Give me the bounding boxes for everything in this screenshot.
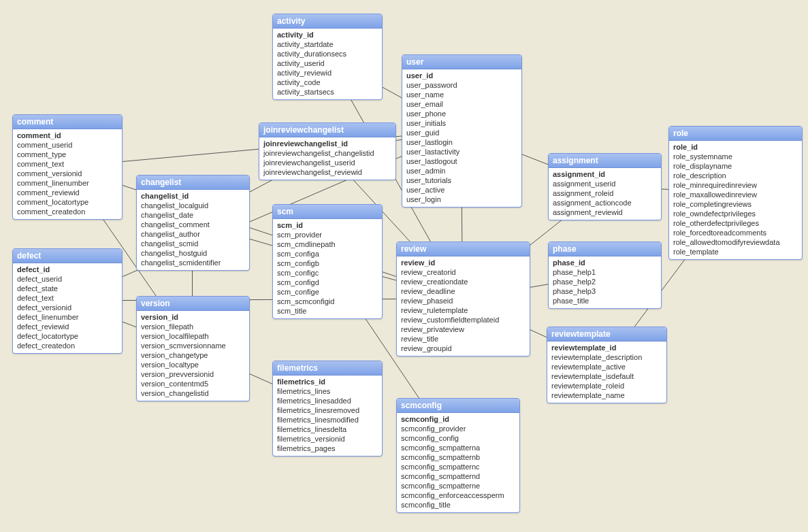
- connector: [529, 284, 548, 288]
- field: scm_id: [277, 220, 378, 230]
- field: reviewtemplate_description: [551, 352, 662, 362]
- field: defect_id: [17, 265, 118, 274]
- field: scmconfig_scmpatternb: [401, 452, 515, 462]
- connector: [381, 276, 396, 280]
- entity-joinreviewchangelist[interactable]: joinreviewchangelistjoinreviewchangelist…: [259, 122, 396, 180]
- field: version_id: [141, 312, 245, 322]
- field: joinreviewchangelist_id: [263, 139, 391, 148]
- field: scmconfig_config: [401, 433, 515, 443]
- entity-title: reviewtemplate: [547, 327, 666, 342]
- field: scm_scmconfigid: [277, 297, 378, 306]
- field: version_contentmd5: [141, 379, 245, 388]
- field: joinreviewchangelist_reviewid: [263, 167, 391, 177]
- field: phase_help1: [553, 267, 657, 277]
- field: role_displayname: [673, 161, 798, 171]
- field: role_allowedtomodifyreviewdata: [673, 237, 798, 247]
- field: version_scmversionname: [141, 341, 245, 350]
- field: filemetrics_linesmodified: [277, 415, 378, 425]
- entity-defect[interactable]: defectdefect_iddefect_useriddefect_state…: [12, 248, 123, 354]
- entity-phase[interactable]: phasephase_idphase_help1phase_help2phase…: [548, 242, 662, 309]
- field: scm_configc: [277, 268, 378, 278]
- field: comment_userid: [17, 140, 118, 150]
- field: version_changetype: [141, 350, 245, 360]
- field: scm_configb: [277, 259, 378, 268]
- field: reviewtemplate_active: [551, 362, 662, 371]
- field: comment_locatortype: [17, 197, 118, 207]
- field: comment_reviewid: [17, 188, 118, 197]
- field: assignment_roleid: [553, 188, 657, 198]
- field: reviewtemplate_name: [551, 390, 662, 400]
- entity-changelist[interactable]: changelistchangelist_idchangelist_localg…: [136, 175, 250, 271]
- entity-title: phase: [549, 242, 661, 256]
- field: role_completingreviews: [673, 199, 798, 209]
- field: changelist_date: [141, 210, 245, 220]
- field: review_creatorid: [401, 267, 526, 277]
- field: defect_text: [17, 293, 118, 303]
- field: comment_id: [17, 131, 118, 140]
- field: reviewtemplate_id: [551, 343, 662, 352]
- entity-title: scmconfig: [397, 399, 519, 413]
- field: review_deadline: [401, 286, 526, 296]
- field: version_localfilepath: [141, 331, 245, 341]
- field: user_email: [406, 99, 517, 109]
- field: defect_state: [17, 284, 118, 293]
- entity-user[interactable]: useruser_iduser_passworduser_nameuser_em…: [402, 54, 522, 207]
- field: role_minrequiredinreview: [673, 180, 798, 190]
- entity-title: scm: [273, 205, 382, 219]
- field: user_lastlogout: [406, 156, 517, 166]
- entity-fields: changelist_idchangelist_localguidchangel…: [137, 190, 249, 270]
- field: assignment_id: [553, 169, 657, 179]
- field: activity_reviewid: [277, 68, 378, 78]
- field: changelist_scmidentifier: [141, 258, 245, 267]
- field: version_filepath: [141, 322, 245, 331]
- field: role_otherdefectprivileges: [673, 218, 798, 228]
- field: review_creationdate: [401, 277, 526, 286]
- field: user_guid: [406, 128, 517, 137]
- entity-reviewtemplate[interactable]: reviewtemplatereviewtemplate_idreviewtem…: [547, 327, 667, 403]
- entity-comment[interactable]: commentcomment_idcomment_useridcomment_t…: [12, 114, 123, 220]
- field: comment_text: [17, 159, 118, 169]
- entity-fields: reviewtemplate_idreviewtemplate_descript…: [547, 342, 666, 403]
- entity-version[interactable]: versionversion_idversion_filepathversion…: [136, 296, 250, 401]
- field: scm_configd: [277, 278, 378, 287]
- field: comment_versionid: [17, 169, 118, 178]
- field: comment_type: [17, 150, 118, 159]
- field: activity_userid: [277, 59, 378, 68]
- entity-review[interactable]: reviewreview_idreview_creatoridreview_cr…: [396, 242, 530, 356]
- field: review_groupid: [401, 344, 526, 353]
- field: changelist_id: [141, 191, 245, 201]
- entity-fields: phase_idphase_help1phase_help2phase_help…: [549, 256, 661, 308]
- entity-fields: comment_idcomment_useridcomment_typecomm…: [13, 129, 122, 219]
- entity-role[interactable]: rolerole_idrole_systemnamerole_displayna…: [668, 126, 803, 260]
- field: user_tutorials: [406, 176, 517, 185]
- entity-title: user: [402, 55, 521, 69]
- entity-assignment[interactable]: assignmentassignment_idassignment_userid…: [548, 153, 662, 220]
- field: filemetrics_pages: [277, 444, 378, 453]
- field: defect_createdon: [17, 341, 118, 350]
- connector: [121, 321, 136, 327]
- entity-title: filemetrics: [273, 361, 382, 376]
- field: scm_cmdlinepath: [277, 239, 378, 249]
- entity-scmconfig[interactable]: scmconfigscmconfig_idscmconfig_providers…: [396, 398, 520, 513]
- field: review_customfieldtemplateid: [401, 315, 526, 325]
- field: changelist_author: [141, 229, 245, 239]
- field: filemetrics_linesremoved: [277, 405, 378, 415]
- entity-scm[interactable]: scmscm_idscm_providerscm_cmdlinepathscm_…: [272, 204, 383, 319]
- entity-fields: scm_idscm_providerscm_cmdlinepathscm_con…: [273, 219, 382, 318]
- field: user_name: [406, 90, 517, 99]
- entity-fields: review_idreview_creatoridreview_creation…: [397, 256, 530, 356]
- field: user_active: [406, 185, 517, 195]
- field: review_id: [401, 258, 526, 267]
- er-diagram-canvas: activityactivity_idactivity_startdateact…: [0, 0, 808, 532]
- field: defect_locatortype: [17, 331, 118, 341]
- field: changelist_hostguid: [141, 248, 245, 258]
- field: user_lastlogin: [406, 137, 517, 147]
- field: filemetrics_linesdelta: [277, 425, 378, 434]
- connector: [248, 239, 272, 246]
- entity-filemetrics[interactable]: filemetricsfilemetrics_idfilemetrics_lin…: [272, 361, 383, 456]
- entity-title: assignment: [549, 154, 661, 168]
- entity-activity[interactable]: activityactivity_idactivity_startdateact…: [272, 14, 383, 100]
- field: defect_userid: [17, 274, 118, 284]
- entity-fields: version_idversion_filepathversion_localf…: [137, 311, 249, 401]
- field: review_phaseid: [401, 296, 526, 305]
